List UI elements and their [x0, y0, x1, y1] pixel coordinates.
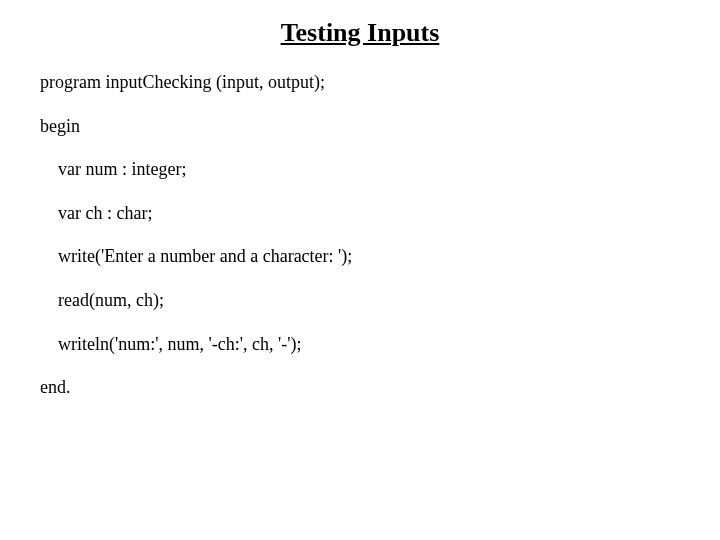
code-line: writeln('num:', num, '-ch:', ch, '-'); — [40, 334, 680, 356]
code-line: begin — [40, 116, 680, 138]
code-line: var num : integer; — [40, 159, 680, 181]
code-line: write('Enter a number and a character: '… — [40, 246, 680, 268]
code-line: var ch : char; — [40, 203, 680, 225]
slide-body: program inputChecking (input, output); b… — [0, 72, 720, 399]
code-line: end. — [40, 377, 680, 399]
slide-title: Testing Inputs — [0, 18, 720, 48]
code-line: program inputChecking (input, output); — [40, 72, 680, 94]
code-line: read(num, ch); — [40, 290, 680, 312]
slide: Testing Inputs program inputChecking (in… — [0, 18, 720, 540]
